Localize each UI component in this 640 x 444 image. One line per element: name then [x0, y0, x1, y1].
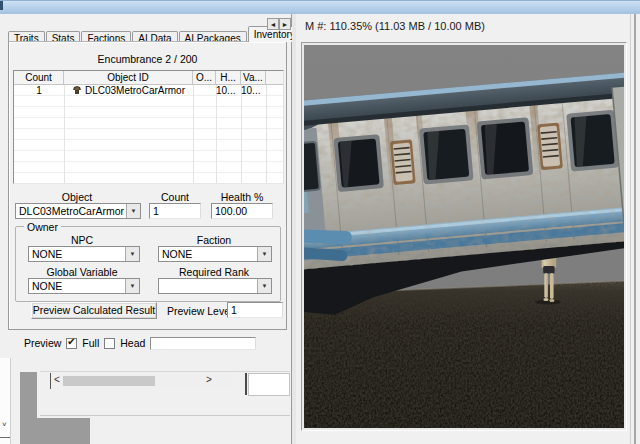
chevron-down-icon[interactable]: ▼	[125, 279, 139, 293]
col-value[interactable]: Va...	[241, 71, 266, 84]
render-viewport[interactable]	[304, 45, 624, 428]
scrollbar-thumb[interactable]	[63, 376, 155, 386]
preview-full-label: Full	[82, 337, 99, 349]
preview-text-field[interactable]	[150, 337, 256, 350]
col-object-id[interactable]: Object ID	[64, 71, 193, 84]
background-vertical-scrollbar[interactable]: ˅	[0, 358, 11, 444]
divider	[40, 371, 290, 372]
owner-group-title: Owner	[24, 221, 61, 233]
encumbrance-label: Encumbrance 2 / 200	[9, 53, 286, 65]
global-variable-combobox-value: NONE	[32, 280, 124, 292]
scroll-right-icon[interactable]: >	[206, 374, 212, 385]
faction-label: Faction	[156, 234, 272, 246]
global-variable-label: Global Variable	[26, 266, 138, 278]
inventory-list-body: 1 DLC03MetroCarArmor 10... 10...	[14, 85, 283, 183]
npc-label: NPC	[26, 234, 138, 246]
object-label: Object	[15, 191, 139, 203]
health-label: Health %	[211, 191, 273, 203]
col-health[interactable]: H...	[216, 71, 241, 84]
render-window-title: M #: 110.35% (11.03 MB / 10.00 MB)	[305, 20, 485, 32]
divider	[0, 437, 10, 438]
divider	[40, 415, 290, 416]
preview-head-label: Head	[120, 337, 145, 349]
cell-value: 10...	[241, 85, 266, 96]
scroll-down-icon[interactable]: ˅	[2, 420, 7, 429]
required-rank-label: Required Rank	[156, 266, 272, 278]
inventory-list[interactable]: Count Object ID O... H... Va... 1 DLC03M…	[13, 70, 284, 184]
faction-combobox-value: NONE	[162, 248, 256, 260]
scroll-left-icon[interactable]: <	[54, 374, 60, 385]
tab-scroll-left-button[interactable]: ◄	[267, 18, 279, 30]
npc-edit-dialog: TraitsStatsFactionsAI DataAI PackagesInv…	[0, 14, 292, 444]
preview-full-checkbox[interactable]: ✔	[66, 338, 77, 349]
cell-object-id: DLC03MetroCarArmor	[64, 85, 193, 96]
preview-head-checkbox[interactable]	[104, 338, 115, 349]
window-edge	[634, 14, 636, 444]
render-preview-window: M #: 110.35% (11.03 MB / 10.00 MB)	[296, 14, 640, 444]
global-variable-combobox[interactable]: NONE ▼	[28, 278, 140, 294]
required-rank-combobox[interactable]: ▼	[158, 278, 272, 294]
preview-label: Preview	[24, 337, 61, 349]
col-count[interactable]: Count	[14, 71, 64, 84]
chevron-down-icon[interactable]: ▼	[125, 247, 139, 261]
table-row[interactable]: 1 DLC03MetroCarArmor 10... 10...	[14, 85, 283, 96]
npc-combobox-value: NONE	[32, 248, 124, 260]
cell-health: 10...	[216, 85, 241, 96]
render-scene	[304, 45, 624, 428]
inventory-list-header: Count Object ID O... H... Va...	[14, 71, 283, 85]
owner-groupbox: Owner NPC Faction NONE ▼ NONE ▼ Global V…	[15, 226, 281, 302]
chevron-down-icon[interactable]: ▼	[126, 204, 140, 218]
render-viewport-frame	[301, 42, 627, 431]
text-caret	[245, 373, 247, 395]
preview-level-input[interactable]: 1	[227, 302, 283, 318]
tab-strip: TraitsStatsFactionsAI DataAI PackagesInv…	[8, 26, 292, 42]
count-input[interactable]: 1	[149, 203, 201, 219]
cell-count: 1	[14, 85, 64, 96]
divider	[50, 373, 51, 389]
health-input[interactable]: 100.00	[211, 203, 273, 219]
check-icon: ✔	[67, 336, 75, 347]
tab-scroll-right-button[interactable]: ►	[279, 18, 291, 30]
faction-combobox[interactable]: NONE ▼	[158, 246, 272, 262]
col-owner[interactable]: O...	[193, 71, 216, 84]
armor-item-icon	[72, 86, 82, 95]
object-combobox[interactable]: DLC03MetroCarArmor ▼	[15, 203, 141, 219]
cell-owner	[193, 85, 216, 96]
chevron-down-icon[interactable]: ▼	[257, 247, 271, 261]
count-label: Count	[149, 191, 201, 203]
inventory-tab-page: Encumbrance 2 / 200 Count Object ID O...…	[8, 41, 287, 330]
preview-calculated-result-button[interactable]: Preview Calculated Result	[31, 302, 157, 319]
preview-level-label: Preview Level	[167, 305, 232, 317]
window-edge	[630, 14, 631, 444]
window-titlebar-strip	[0, 0, 640, 14]
chevron-down-icon[interactable]: ▼	[257, 279, 271, 293]
npc-combobox[interactable]: NONE ▼	[28, 246, 140, 262]
preview-row: Preview ✔ Full Head	[24, 336, 256, 350]
background-text-field[interactable]	[248, 373, 290, 396]
tab-scroll-buttons: ◄►	[267, 17, 291, 30]
object-combobox-value: DLC03MetroCarArmor	[19, 205, 125, 217]
background-window-fragment	[20, 372, 37, 419]
background-window-fragment	[20, 418, 90, 444]
titlebar-notch	[0, 1, 3, 10]
